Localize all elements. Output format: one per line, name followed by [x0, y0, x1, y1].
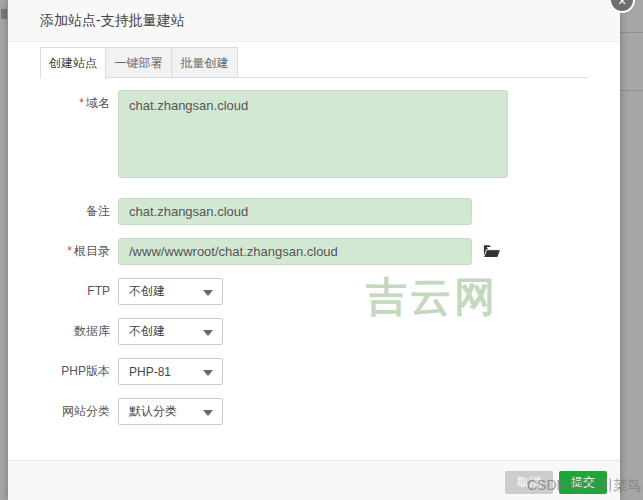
form-row-php: PHP版本 PHP-81	[40, 358, 600, 385]
dim-overlay-right	[620, 0, 643, 500]
form-row-remark: 备注	[40, 198, 600, 225]
site-category-label: 网站分类	[40, 398, 110, 425]
dialog-footer: 取消 提交	[8, 460, 620, 500]
form-row-category: 网站分类 默认分类	[40, 398, 600, 425]
ftp-select[interactable]: 不创建	[118, 278, 223, 305]
add-site-dialog: 添加站点-支持批量建站 创建站点 一键部署 批量创建 *域名 chat.zhan…	[8, 0, 620, 500]
dim-overlay-left	[0, 0, 8, 500]
php-version-select-value: PHP-81	[129, 365, 171, 379]
tab-create-site[interactable]: 创建站点	[40, 47, 106, 79]
root-label: *根目录	[40, 238, 110, 265]
background-divider	[620, 90, 643, 91]
form-row-ftp: FTP 不创建	[40, 278, 600, 305]
ftp-select-value: 不创建	[129, 283, 165, 300]
database-select-value: 不创建	[129, 323, 165, 340]
dialog-title: 添加站点-支持批量建站	[40, 12, 185, 30]
site-category-select[interactable]: 默认分类	[118, 398, 223, 425]
database-label: 数据库	[40, 318, 110, 345]
required-mark: *	[67, 244, 72, 258]
chevron-down-icon	[203, 330, 213, 336]
chevron-down-icon	[203, 410, 213, 416]
form-row-root: *根目录	[40, 238, 600, 265]
site-category-select-value: 默认分类	[129, 403, 177, 420]
ftp-label: FTP	[40, 278, 110, 305]
dialog-header: 添加站点-支持批量建站	[8, 0, 620, 42]
remark-input[interactable]	[118, 198, 472, 225]
database-select[interactable]: 不创建	[118, 318, 223, 345]
required-mark: *	[79, 96, 84, 110]
background-divider	[620, 32, 643, 33]
domain-textarea[interactable]: chat.zhangsan.cloud	[118, 90, 508, 178]
open-folder-icon[interactable]	[482, 242, 502, 262]
close-icon	[617, 0, 626, 9]
php-version-select[interactable]: PHP-81	[118, 358, 223, 385]
add-site-form: *域名 chat.zhangsan.cloud 备注 *根目录	[40, 90, 600, 438]
tab-batch-create[interactable]: 批量创建	[172, 47, 238, 78]
form-row-domain: *域名 chat.zhangsan.cloud	[40, 90, 600, 178]
screen: 添加站点-支持批量建站 创建站点 一键部署 批量创建 *域名 chat.zhan…	[0, 0, 643, 500]
domain-label: *域名	[40, 90, 110, 117]
chevron-down-icon	[203, 290, 213, 296]
tab-one-click-deploy[interactable]: 一键部署	[106, 47, 172, 78]
background-page-fragment	[1, 9, 7, 19]
form-row-database: 数据库 不创建	[40, 318, 600, 345]
root-path-input[interactable]	[118, 238, 472, 265]
remark-label: 备注	[40, 198, 110, 225]
chevron-down-icon	[203, 370, 213, 376]
php-version-label: PHP版本	[40, 358, 110, 385]
dialog-tabs: 创建站点 一键部署 批量创建	[40, 47, 588, 78]
submit-button[interactable]: 提交	[559, 471, 607, 494]
cancel-button[interactable]: 取消	[505, 471, 553, 494]
